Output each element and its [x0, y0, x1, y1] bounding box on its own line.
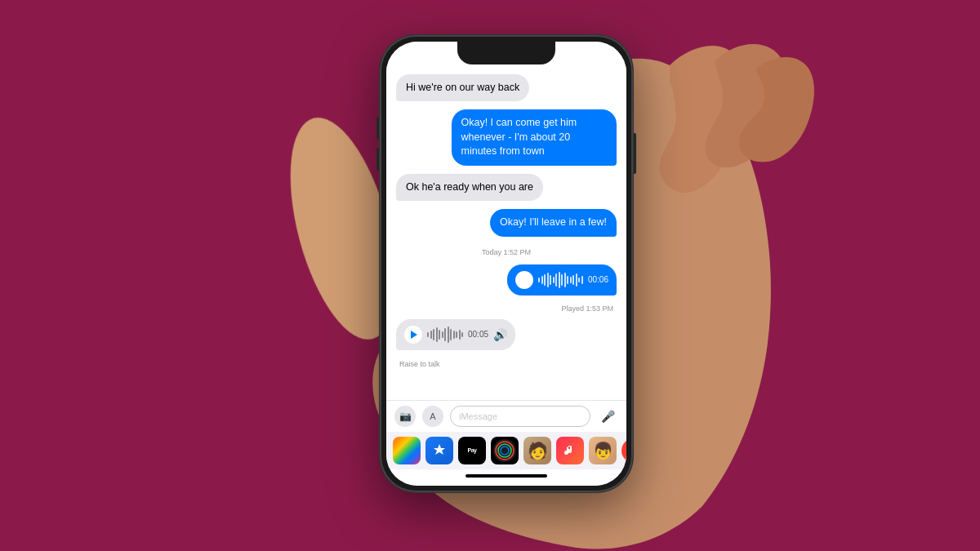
bubble-incoming-3: Ok he'a ready when you are	[396, 174, 543, 202]
wave-bar	[547, 273, 549, 287]
camera-icon[interactable]: 📷	[394, 406, 416, 427]
microphone-icon[interactable]: 🎤	[597, 406, 618, 427]
svg-point-2	[493, 439, 516, 462]
wave-bar	[564, 273, 566, 287]
memoji1-app-icon[interactable]: 🧑	[523, 437, 551, 464]
wave-bar	[453, 331, 455, 339]
wave-bar	[444, 328, 446, 341]
appstore-icon-input[interactable]: A	[422, 406, 443, 427]
wave-bar	[553, 277, 555, 283]
message-row-4: Okay! I'll leave in a few!	[396, 209, 617, 237]
imessage-input[interactable]: iMessage	[450, 406, 590, 427]
appstore-app-icon[interactable]	[425, 437, 453, 464]
wave-bar	[538, 278, 540, 282]
bubble-outgoing-4: Okay! I'll leave in a few!	[490, 209, 617, 237]
wave-bar	[448, 327, 449, 343]
message-row-1: Hi we're on our way back	[396, 74, 617, 102]
wave-bar	[570, 277, 572, 283]
play-button-out[interactable]	[515, 271, 533, 289]
message-row-3: Ok he'a ready when you are	[396, 174, 617, 202]
wave-bar	[561, 274, 563, 286]
play-button-in[interactable]	[404, 326, 422, 344]
wave-bar	[442, 331, 443, 338]
wave-bar	[572, 275, 574, 285]
wave-bar	[456, 331, 457, 338]
play-icon-in	[411, 331, 417, 339]
wave-bar	[541, 276, 543, 284]
red-button-icon[interactable]: ›	[621, 438, 626, 463]
photos-app-icon[interactable]	[393, 437, 421, 464]
home-bar	[466, 474, 547, 478]
wave-bar	[559, 272, 560, 288]
applepay-app-icon[interactable]: Pay	[458, 437, 486, 464]
music-app-icon[interactable]	[556, 437, 584, 464]
wave-bar	[450, 329, 452, 340]
power-button[interactable]	[633, 133, 636, 174]
wave-bar	[544, 274, 546, 286]
audio-bubble-outgoing[interactable]: 00:06	[507, 264, 617, 295]
speaker-icon: 🔊	[493, 328, 507, 341]
audio-time-in: 00:05	[468, 330, 488, 339]
wave-bar	[436, 327, 438, 342]
message-row-2: Okay! I can come get him whenever - I'm …	[396, 109, 617, 166]
bubble-text-2: Okay! I can come get him whenever - I'm …	[461, 117, 577, 157]
bubble-outgoing-2: Okay! I can come get him whenever - I'm …	[452, 109, 617, 166]
bubble-text-1: Hi we're on our way back	[406, 82, 519, 93]
audio-outgoing-row: 00:06	[396, 264, 617, 295]
wave-bar	[439, 330, 440, 340]
waveform-in	[427, 327, 463, 343]
wave-bar	[576, 273, 577, 287]
play-icon-out	[522, 276, 528, 284]
wave-bar	[581, 276, 583, 284]
wave-bar	[550, 275, 551, 285]
notch	[457, 42, 555, 64]
audio-incoming-row: 00:05 🔊	[396, 319, 617, 350]
timestamp: Today 1:52 PM	[396, 248, 617, 256]
wave-bar	[578, 278, 580, 282]
played-label: Played 1:53 PM	[396, 304, 617, 313]
raise-to-talk-label: Raise to talk	[396, 360, 617, 368]
wave-bar	[433, 329, 434, 340]
bubble-incoming-1: Hi we're on our way back	[396, 74, 529, 102]
phone-screen: Hi we're on our way back Okay! I can com…	[386, 42, 626, 486]
bubble-text-3: Ok he'a ready when you are	[406, 181, 533, 193]
wave-bar	[555, 273, 557, 287]
waveform-out	[538, 272, 583, 288]
app-strip: Pay 🧑 👦 ›	[386, 432, 626, 469]
phone-container: Hi we're on our way back Okay! I can com…	[380, 35, 633, 492]
wave-bar	[461, 332, 463, 337]
wave-bar	[430, 331, 432, 339]
home-indicator	[386, 469, 626, 486]
imessage-placeholder: iMessage	[459, 411, 497, 421]
bubble-text-4: Okay! I'll leave in a few!	[500, 216, 607, 228]
phone-wrapper: Hi we're on our way back Okay! I can com…	[347, 60, 633, 492]
input-area: 📷 A iMessage 🎤	[386, 400, 626, 432]
audio-time-out: 00:06	[588, 275, 608, 284]
messages-area: Hi we're on our way back Okay! I can com…	[386, 42, 626, 400]
wave-bar	[427, 332, 429, 337]
wave-bar	[459, 330, 461, 340]
wave-bar	[567, 276, 568, 284]
audio-bubble-incoming[interactable]: 00:05 🔊	[396, 319, 515, 350]
fitness-app-icon[interactable]	[491, 437, 519, 464]
memoji2-app-icon[interactable]: 👦	[589, 437, 617, 464]
